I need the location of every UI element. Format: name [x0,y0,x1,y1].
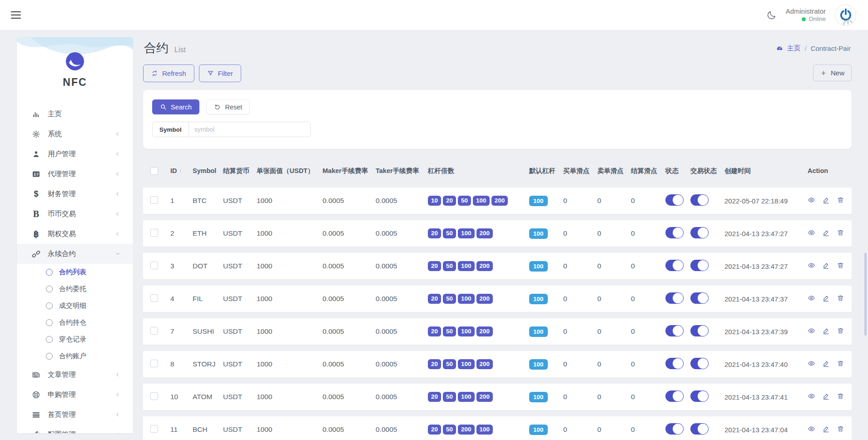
cell-default_leverage: 100 [523,295,557,303]
dashboard-icon [776,44,784,52]
view-button[interactable] [808,392,815,401]
status-toggle[interactable] [665,292,684,304]
edit-button[interactable] [822,294,830,303]
sidebar-item-finance-management[interactable]: $ 财务管理 [17,184,133,204]
status-toggle[interactable] [665,325,684,336]
edit-button[interactable] [822,425,830,434]
row-checkbox[interactable] [150,294,158,302]
sidebar-item-article-management[interactable]: 文章管理 [17,365,133,385]
hamburger-menu-icon[interactable] [11,11,21,19]
eye-icon [808,196,815,204]
trade-status-toggle[interactable] [690,194,709,206]
status-toggle[interactable] [665,227,684,238]
sidebar-item-homepage-management[interactable]: 首页管理 [17,405,133,425]
trade-status-toggle[interactable] [690,260,709,271]
cell-face_value: 1000 [250,327,316,336]
sidebar-item-subscription-management[interactable]: 申购管理 [17,385,133,405]
edit-button[interactable] [822,196,830,205]
leverage-badge: 100 [458,261,475,271]
sidebar-subitem-contract-accounts[interactable]: 合约账户 [17,348,133,365]
trash-icon [837,392,844,400]
sidebar-subitem-trade-details[interactable]: 成交明细 [17,297,133,314]
sidebar-item-config-management[interactable]: 配置管理 [17,425,133,433]
cell-trade_status [684,391,718,404]
view-button[interactable] [808,360,815,369]
sidebar-subitem-contract-orders[interactable]: 合约委托 [17,281,133,297]
column-header-buy_slippage: 买单滑点 [557,167,591,175]
edit-button[interactable] [822,229,830,238]
trade-status-toggle[interactable] [690,325,709,336]
trade-status-toggle[interactable] [690,391,709,402]
row-checkbox[interactable] [150,229,158,237]
trade-status-toggle[interactable] [690,423,709,435]
vertical-scrollbar[interactable] [864,253,867,336]
cell-select [143,294,164,304]
row-checkbox[interactable] [150,196,158,204]
select-all-checkbox[interactable] [150,167,158,175]
filter-button[interactable]: Filter [199,64,241,82]
sidebar-item-system[interactable]: 系统 [17,124,133,144]
view-button[interactable] [808,229,815,238]
sidebar-item-spot-trading[interactable]: B 币币交易 [17,204,133,224]
row-checkbox[interactable] [150,262,158,269]
reset-button[interactable]: Reset [206,99,250,114]
leverage-badge: 100 [458,392,475,402]
delete-button[interactable] [837,392,844,401]
column-header-settle_slippage: 结算滑点 [625,167,659,175]
delete-button[interactable] [837,327,844,336]
sidebar-subitem-contract-positions[interactable]: 合约持仓 [17,314,133,331]
view-button[interactable] [808,196,815,205]
view-button[interactable] [808,425,815,434]
dark-mode-moon-icon[interactable] [766,10,777,20]
status-toggle[interactable] [665,194,684,206]
status-toggle[interactable] [665,423,684,435]
sidebar-item-home[interactable]: 主页 [17,104,133,124]
trade-status-toggle[interactable] [690,358,709,369]
edit-button[interactable] [822,360,830,369]
avatar[interactable] [835,5,856,26]
eye-icon [808,425,815,433]
row-checkbox[interactable] [150,327,158,335]
row-checkbox[interactable] [150,392,158,400]
refresh-button[interactable]: Refresh [143,64,194,82]
symbol-input[interactable] [189,122,311,137]
edit-pencil-icon [822,294,830,302]
sidebar-subitem-contract-list[interactable]: 合约列表 [17,264,133,281]
cell-sell_slippage: 0 [591,327,625,336]
view-button[interactable] [808,327,815,336]
view-button[interactable] [808,294,815,303]
delete-button[interactable] [837,262,844,271]
column-header-taker_fee: Taker手续费率 [369,167,422,175]
trade-status-toggle[interactable] [690,292,709,304]
status-toggle[interactable] [665,358,684,369]
search-button[interactable]: Search [152,99,199,114]
delete-button[interactable] [837,196,844,205]
row-checkbox[interactable] [150,360,158,367]
delete-button[interactable] [837,425,844,434]
view-button[interactable] [808,262,815,271]
sidebar-item-user-management[interactable]: 用户管理 [17,144,133,164]
status-toggle[interactable] [665,260,684,271]
edit-button[interactable] [822,392,830,401]
trade-status-toggle[interactable] [690,227,709,238]
delete-button[interactable] [837,294,844,303]
delete-button[interactable] [837,360,844,369]
delete-button[interactable] [837,229,844,238]
cell-action [801,392,852,401]
breadcrumb-home-link[interactable]: 主页 [776,44,800,53]
sidebar-item-agent-management[interactable]: 代理管理 [17,164,133,184]
edit-button[interactable] [822,262,830,271]
new-button[interactable]: New [813,64,852,81]
cell-face_value: 1000 [250,425,316,434]
cell-created_at: 2021-04-13 23:47:27 [718,230,801,237]
status-toggle[interactable] [665,391,684,402]
cell-action [801,327,852,336]
row-checkbox[interactable] [150,425,158,433]
sidebar-item-options-trading[interactable]: ฿ 期权交易 [17,224,133,244]
edit-button[interactable] [822,327,830,336]
column-header-id[interactable]: ID↑ [164,167,186,174]
sidebar-subitem-liquidation-records[interactable]: 穿仓记录 [17,331,133,348]
sidebar-item-perpetual-contract[interactable]: 永续合约 [17,244,133,264]
cell-default_leverage: 100 [523,393,557,401]
sort-asc-icon[interactable]: ↑ [179,168,185,174]
